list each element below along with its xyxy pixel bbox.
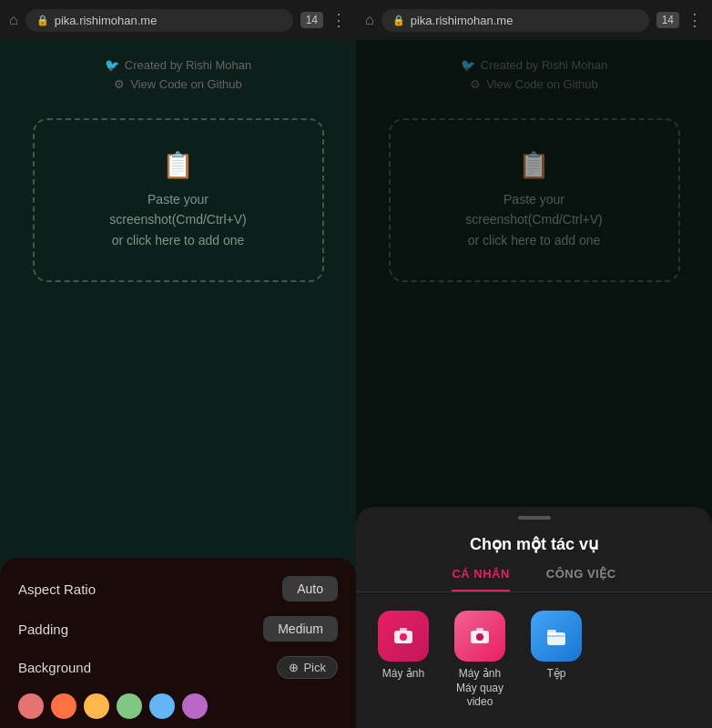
color-swatch-red[interactable] [18,693,44,719]
background-label: Background [18,660,91,675]
url-bar-right[interactable]: 🔒 pika.rishimohan.me [381,9,649,32]
home-icon-right[interactable]: ⌂ [365,12,374,28]
github-line-left: ⚙ View Code on Github [114,77,242,91]
tab-count-right[interactable]: 14 [656,12,679,28]
pick-button[interactable]: ⊕ Pick [277,656,338,679]
github-icon-left: ⚙ [114,77,125,91]
files-name: Tệp [546,667,565,682]
color-swatch-blue[interactable] [149,693,175,719]
sheet-tabs: CÁ NHÂN CÔNG VIỆC [356,567,712,592]
menu-icon-right[interactable]: ⋮ [687,10,703,30]
color-swatch-orange[interactable] [51,693,76,719]
padding-label: Padding [18,622,68,637]
clipboard-icon-left: 📋 [162,150,194,180]
color-swatch-yellow[interactable] [84,693,109,719]
tab-count-left[interactable]: 14 [300,12,323,28]
camera2-icon [454,611,505,662]
background-row-container: Background ⊕ Pick [18,656,338,679]
camera1-name: Máy ảnh [382,667,424,682]
sheet-title: Chọn một tác vụ [356,534,712,554]
settings-panel-left: Aspect Ratio Auto Padding Medium Backgro… [0,558,356,728]
color-swatch-green[interactable] [117,693,142,719]
files-icon [531,611,582,662]
right-panel: ⌂ 🔒 pika.rishimohan.me 14 ⋮ 🐦 Created by… [356,0,712,728]
tab-personal[interactable]: CÁ NHÂN [452,567,509,592]
camera1-icon [378,611,429,662]
svg-rect-5 [476,628,483,632]
twitter-text-left: Created by Rishi Mohan [125,58,251,72]
twitter-icon-left: 🐦 [105,58,119,72]
url-text-right: pika.rishimohan.me [411,14,514,27]
camera2-name: Máy ảnhMáy quay video [451,667,509,710]
eyedropper-icon: ⊕ [289,661,299,674]
color-swatch-purple[interactable] [182,693,208,719]
github-text-left: View Code on Github [130,77,242,91]
sheet-apps: Máy ảnh Máy ảnhMáy quay video [356,611,712,710]
svg-point-1 [400,633,407,641]
aspect-ratio-label: Aspect Ratio [18,581,96,597]
sheet-handle [518,516,551,520]
tab-work[interactable]: CÔNG VIỆC [546,567,616,592]
creator-info-left: 🐦 Created by Rishi Mohan ⚙ View Code on … [105,58,251,91]
background-controls: ⊕ Pick [277,656,338,679]
padding-row: Padding Medium [18,616,338,642]
url-bar-left[interactable]: 🔒 pika.rishimohan.me [25,9,293,32]
padding-button[interactable]: Medium [263,616,338,642]
browser-chrome-right: ⌂ 🔒 pika.rishimohan.me 14 ⋮ [356,0,712,40]
color-swatches [18,693,338,719]
twitter-line-left: 🐦 Created by Rishi Mohan [105,58,251,72]
svg-rect-7 [547,630,556,635]
browser-chrome-left: ⌂ 🔒 pika.rishimohan.me 14 ⋮ [0,0,356,40]
app-item-files[interactable]: Tệp [531,611,582,710]
page-content-right: 🐦 Created by Rishi Mohan ⚙ View Code on … [356,40,712,728]
lock-icon-left: 🔒 [36,15,49,26]
bottom-sheet: Chọn một tác vụ CÁ NHÂN CÔNG VIỆC Máy ản… [356,507,712,728]
app-item-camera2[interactable]: Máy ảnhMáy quay video [451,611,509,710]
app-item-camera1[interactable]: Máy ảnh [378,611,429,710]
left-panel: ⌂ 🔒 pika.rishimohan.me 14 ⋮ 🐦 Created by… [0,0,356,728]
url-text-left: pika.rishimohan.me [55,14,158,27]
drop-text-left: Paste yourscreenshot(Cmd/Ctrl+V)or click… [109,189,247,250]
svg-rect-2 [400,628,407,632]
lock-icon-right: 🔒 [392,15,405,26]
page-content-left: 🐦 Created by Rishi Mohan ⚙ View Code on … [0,40,356,728]
home-icon-left[interactable]: ⌂ [9,12,18,28]
drop-zone-left[interactable]: 📋 Paste yourscreenshot(Cmd/Ctrl+V)or cli… [33,118,324,282]
pick-label: Pick [303,661,326,674]
aspect-ratio-row: Aspect Ratio Auto [18,576,338,602]
menu-icon-left[interactable]: ⋮ [331,10,347,30]
svg-point-4 [476,633,483,641]
aspect-ratio-button[interactable]: Auto [282,576,338,602]
